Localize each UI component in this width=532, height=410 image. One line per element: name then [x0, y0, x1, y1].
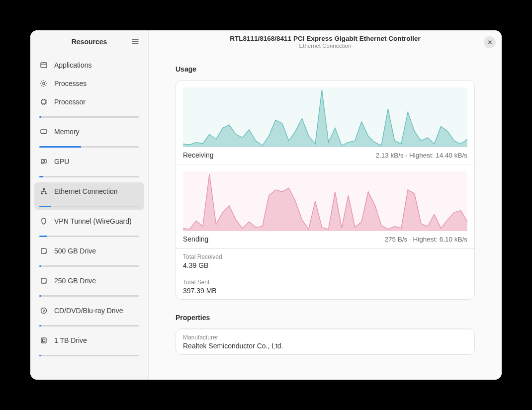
sidebar-item-gpu[interactable]: GPU [34, 153, 144, 180]
usage-bar [39, 206, 139, 207]
sidebar-item-label: GPU [54, 158, 69, 165]
svg-point-2 [43, 82, 45, 84]
app-window: Resources ApplicationsProcessesProcessor… [30, 30, 502, 380]
sidebar-item-memory[interactable]: Memory [34, 123, 144, 151]
sidebar-item-label: Ethernet Connection [54, 187, 118, 195]
sidebar-header: Resources [30, 30, 148, 53]
sidebar-item-label: Memory [54, 128, 80, 136]
network-icon [39, 187, 48, 196]
memory-icon [39, 127, 48, 136]
usage-bar [39, 116, 139, 118]
sidebar-item-1-tb-drive[interactable]: 1 TB Drive [34, 331, 144, 359]
properties-card: Manufacturer Realtek Semiconductor Co., … [176, 328, 475, 355]
drive-ext-icon [39, 336, 48, 345]
sidebar-item-label: CD/DVD/Blu-ray Drive [54, 307, 123, 315]
sidebar-item-label: VPN Tunnel (WireGuard) [54, 217, 132, 225]
total-sent-value: 397.39 MB [183, 287, 467, 295]
sidebar-item-label: Applications [54, 61, 92, 69]
svg-rect-0 [41, 63, 47, 68]
hamburger-icon [131, 38, 139, 46]
gpu-icon [39, 157, 48, 166]
usage-bar [39, 176, 139, 177]
sidebar-item-vpn-tunnel-wireguard-[interactable]: VPN Tunnel (WireGuard) [34, 212, 144, 240]
sidebar: Resources ApplicationsProcessesProcessor… [30, 30, 149, 380]
gear-icon [39, 79, 48, 88]
sidebar-item-processor[interactable]: Processor [34, 93, 144, 121]
usage-bar [39, 265, 139, 267]
svg-rect-5 [41, 160, 46, 163]
sidebar-items: ApplicationsProcessesProcessorMemoryGPUE… [30, 53, 148, 364]
sidebar-item-label: Processes [54, 80, 87, 87]
menu-button[interactable] [128, 35, 142, 49]
svg-point-13 [45, 282, 46, 283]
page-subtitle: Ethernet Connection [299, 43, 352, 49]
svg-rect-8 [41, 193, 43, 194]
svg-rect-17 [43, 339, 45, 342]
drive-icon [39, 276, 48, 285]
close-button[interactable]: ✕ [484, 36, 496, 48]
svg-point-14 [41, 308, 47, 314]
sending-block: Sending 275 B/s · Highest: 6.10 kB/s [176, 164, 474, 248]
usage-bar [39, 355, 139, 356]
sidebar-title: Resources [72, 38, 107, 46]
usage-bar [39, 236, 139, 237]
main: RTL8111/8168/8411 PCI Express Gigabit Et… [149, 30, 502, 380]
svg-point-6 [43, 161, 45, 163]
svg-rect-3 [42, 100, 46, 104]
svg-rect-4 [41, 130, 47, 133]
usage-heading: Usage [176, 65, 475, 73]
window-icon [39, 61, 48, 70]
usage-bar [39, 295, 139, 297]
svg-rect-7 [43, 188, 45, 190]
receiving-stats: 2.13 kB/s · Highest: 14.40 kB/s [375, 152, 467, 159]
sidebar-item-label: Processor [54, 98, 86, 106]
vpn-icon [39, 217, 48, 226]
sidebar-item-label: 250 GB Drive [54, 277, 96, 285]
manufacturer-label: Manufacturer [183, 334, 467, 341]
sidebar-item-ethernet-connection[interactable]: Ethernet Connection [34, 182, 144, 210]
sending-label: Sending [183, 235, 208, 243]
main-content[interactable]: Usage Receiving 2.13 kB/s · Highest: 14.… [149, 53, 502, 380]
sidebar-item-applications[interactable]: Applications [34, 56, 144, 73]
svg-rect-16 [41, 338, 46, 343]
svg-point-15 [43, 310, 45, 312]
svg-rect-9 [45, 193, 47, 194]
total-received-label: Total Received [183, 253, 467, 260]
receiving-chart [183, 87, 467, 147]
total-sent-row: Total Sent 397.39 MB [176, 274, 474, 299]
manufacturer-row: Manufacturer Realtek Semiconductor Co., … [176, 329, 474, 354]
sidebar-item-500-gb-drive[interactable]: 500 GB Drive [34, 242, 144, 270]
sidebar-item-processes[interactable]: Processes [34, 75, 144, 91]
close-icon: ✕ [487, 39, 493, 46]
total-sent-label: Total Sent [183, 279, 467, 286]
sidebar-item-250-gb-drive[interactable]: 250 GB Drive [34, 272, 144, 300]
svg-point-11 [45, 252, 46, 253]
drive-icon [39, 246, 48, 255]
properties-heading: Properties [176, 314, 475, 322]
sidebar-item-label: 500 GB Drive [54, 247, 96, 255]
sending-stats: 275 B/s · Highest: 6.10 kB/s [384, 236, 467, 243]
sidebar-item-label: 1 TB Drive [54, 336, 87, 344]
usage-bar [39, 325, 139, 327]
usage-card: Receiving 2.13 kB/s · Highest: 14.40 kB/… [176, 80, 475, 300]
manufacturer-value: Realtek Semiconductor Co., Ltd. [183, 342, 467, 350]
page-title: RTL8111/8168/8411 PCI Express Gigabit Et… [230, 35, 420, 42]
sidebar-item-cd-dvd-blu-ray-drive[interactable]: CD/DVD/Blu-ray Drive [34, 302, 144, 329]
chip-icon [39, 97, 48, 106]
usage-bar [39, 146, 139, 148]
total-received-row: Total Received 4.39 GB [176, 248, 474, 274]
receiving-block: Receiving 2.13 kB/s · Highest: 14.40 kB/… [176, 81, 474, 164]
main-header: RTL8111/8168/8411 PCI Express Gigabit Et… [149, 30, 502, 53]
disc-icon [39, 306, 48, 315]
receiving-label: Receiving [183, 151, 213, 159]
sending-chart [183, 171, 467, 231]
total-received-value: 4.39 GB [183, 261, 467, 269]
